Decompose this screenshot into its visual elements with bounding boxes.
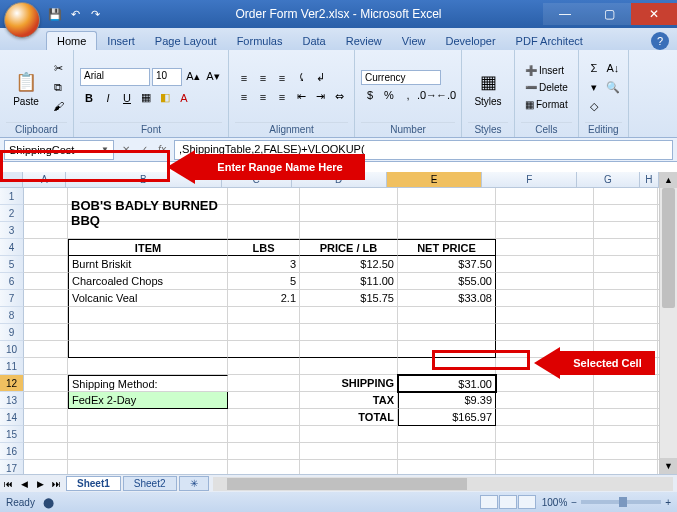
merge-center-icon[interactable]: ⇔ xyxy=(330,88,348,106)
sheet-tab-2[interactable]: Sheet2 xyxy=(123,476,177,491)
cell-A7[interactable] xyxy=(24,290,68,307)
empty-d9[interactable] xyxy=(300,324,398,341)
empty-c9[interactable] xyxy=(228,324,300,341)
shrink-font-icon[interactable]: A▾ xyxy=(204,68,222,86)
increase-decimal-icon[interactable]: .0→ xyxy=(418,86,436,104)
page-layout-view-icon[interactable] xyxy=(499,495,517,509)
normal-view-icon[interactable] xyxy=(480,495,498,509)
cell-A17[interactable] xyxy=(24,460,68,474)
cell-E1[interactable] xyxy=(398,188,496,205)
cell-F9[interactable] xyxy=(496,324,594,341)
cell-A5[interactable] xyxy=(24,256,68,273)
col-header-E[interactable]: E xyxy=(387,172,482,188)
cell-C1[interactable] xyxy=(228,188,300,205)
redo-icon[interactable]: ↷ xyxy=(86,5,104,23)
grow-font-icon[interactable]: A▴ xyxy=(184,68,202,86)
item-net-2[interactable]: $33.08 xyxy=(398,290,496,307)
undo-icon[interactable]: ↶ xyxy=(66,5,84,23)
fill-color-button[interactable]: ◧ xyxy=(156,89,174,107)
sum-tax-label[interactable]: TAX xyxy=(300,392,398,409)
item-lbs-2[interactable]: 2.1 xyxy=(228,290,300,307)
orientation-icon[interactable]: ⤹ xyxy=(292,69,310,87)
item-lbs-1[interactable]: 5 xyxy=(228,273,300,290)
tab-developer[interactable]: Developer xyxy=(435,32,505,50)
bold-button[interactable]: B xyxy=(80,89,98,107)
cell-G15[interactable] xyxy=(594,426,658,443)
col-header-F[interactable]: F xyxy=(482,172,577,188)
tab-pdf-architect[interactable]: PDF Architect xyxy=(506,32,593,50)
clear-icon[interactable]: ◇ xyxy=(585,97,603,115)
format-painter-icon[interactable]: 🖌 xyxy=(49,97,67,115)
tab-prev-icon[interactable]: ◀ xyxy=(16,476,32,492)
row-header-17[interactable]: 17 xyxy=(0,460,24,474)
empty-c10[interactable] xyxy=(228,341,300,358)
save-icon[interactable]: 💾 xyxy=(46,5,64,23)
scroll-up-icon[interactable]: ▲ xyxy=(660,172,677,188)
cell-F6[interactable] xyxy=(496,273,594,290)
autosum-icon[interactable]: Σ xyxy=(585,59,603,77)
scroll-thumb[interactable] xyxy=(662,188,675,308)
border-button[interactable]: ▦ xyxy=(137,89,155,107)
cell-G17[interactable] xyxy=(594,460,658,474)
row-header-2[interactable]: 2 xyxy=(0,205,24,222)
ship-method-label[interactable]: Shipping Method: xyxy=(68,375,228,392)
item-lbs-0[interactable]: 3 xyxy=(228,256,300,273)
cell-F1[interactable] xyxy=(496,188,594,205)
cell-G1[interactable] xyxy=(594,188,658,205)
item-net-0[interactable]: $37.50 xyxy=(398,256,496,273)
cell-G7[interactable] xyxy=(594,290,658,307)
tab-next-icon[interactable]: ▶ xyxy=(32,476,48,492)
cell-G3[interactable] xyxy=(594,222,658,239)
cell-G5[interactable] xyxy=(594,256,658,273)
empty-b9[interactable] xyxy=(68,324,228,341)
row-header-5[interactable]: 5 xyxy=(0,256,24,273)
row-header-12[interactable]: 12 xyxy=(0,375,24,392)
item-price-2[interactable]: $15.75 xyxy=(300,290,398,307)
align-left-icon[interactable]: ≡ xyxy=(235,88,253,106)
item-price-1[interactable]: $11.00 xyxy=(300,273,398,290)
col-header-H[interactable]: H xyxy=(640,172,659,188)
cell-C12[interactable] xyxy=(228,375,300,392)
cell-D15[interactable] xyxy=(300,426,398,443)
scroll-down-icon[interactable]: ▼ xyxy=(660,458,677,474)
align-middle-icon[interactable]: ≡ xyxy=(254,69,272,87)
cell-F5[interactable] xyxy=(496,256,594,273)
row-header-13[interactable]: 13 xyxy=(0,392,24,409)
item-net-1[interactable]: $55.00 xyxy=(398,273,496,290)
row-header-1[interactable]: 1 xyxy=(0,188,24,205)
cell-D3[interactable] xyxy=(300,222,398,239)
fill-icon[interactable]: ▾ xyxy=(585,78,603,96)
cell-D17[interactable] xyxy=(300,460,398,474)
cell-D11[interactable] xyxy=(300,358,398,375)
row-header-16[interactable]: 16 xyxy=(0,443,24,460)
paste-button[interactable]: 📋 Paste xyxy=(6,65,46,110)
cell-F14[interactable] xyxy=(496,409,594,426)
cell-C17[interactable] xyxy=(228,460,300,474)
zoom-in-icon[interactable]: + xyxy=(665,497,671,508)
underline-button[interactable]: U xyxy=(118,89,136,107)
decrease-decimal-icon[interactable]: ←.0 xyxy=(437,86,455,104)
empty-c8[interactable] xyxy=(228,307,300,324)
cell-B17[interactable] xyxy=(68,460,228,474)
cell-G14[interactable] xyxy=(594,409,658,426)
currency-icon[interactable]: $ xyxy=(361,86,379,104)
zoom-slider[interactable] xyxy=(581,500,661,504)
insert-cells-button[interactable]: ➕Insert xyxy=(521,62,572,78)
tab-formulas[interactable]: Formulas xyxy=(227,32,293,50)
decrease-indent-icon[interactable]: ⇤ xyxy=(292,88,310,106)
vertical-scrollbar[interactable]: ▲ ▼ xyxy=(659,172,677,474)
cell-F13[interactable] xyxy=(496,392,594,409)
sum-total-label[interactable]: TOTAL xyxy=(300,409,398,426)
cell-G16[interactable] xyxy=(594,443,658,460)
cell-F17[interactable] xyxy=(496,460,594,474)
styles-button[interactable]: ▦ Styles xyxy=(468,65,508,110)
row-header-8[interactable]: 8 xyxy=(0,307,24,324)
cell-B15[interactable] xyxy=(68,426,228,443)
empty-b8[interactable] xyxy=(68,307,228,324)
office-button[interactable] xyxy=(4,2,40,38)
row-header-7[interactable]: 7 xyxy=(0,290,24,307)
item-name-2[interactable]: Volcanic Veal xyxy=(68,290,228,307)
align-top-icon[interactable]: ≡ xyxy=(235,69,253,87)
tab-review[interactable]: Review xyxy=(336,32,392,50)
worksheet-grid[interactable]: ABCDEFGH 1234567891011121314151617BOB'S … xyxy=(0,172,659,474)
